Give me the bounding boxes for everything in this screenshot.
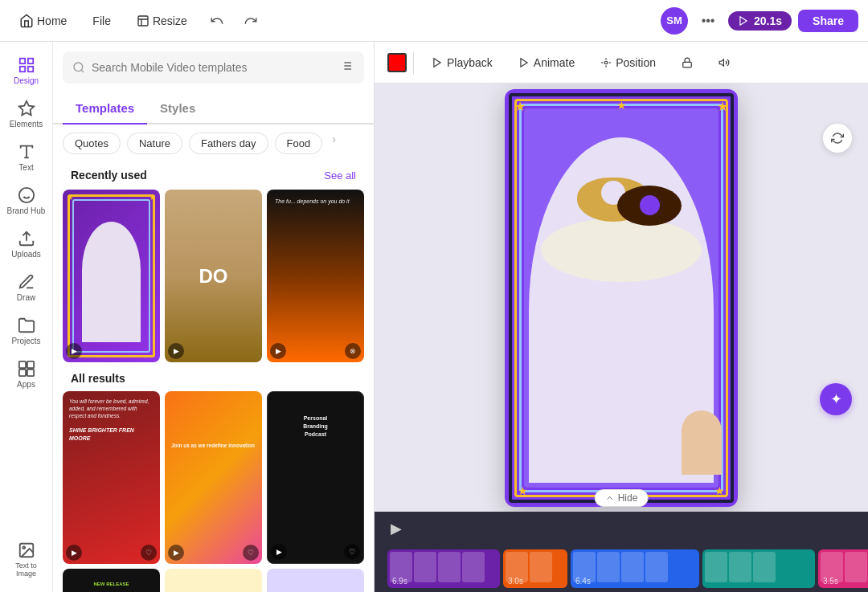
result-card-5[interactable]: enjoy the moment ▶ ♡: [165, 569, 262, 592]
play-icon: ▶: [66, 545, 82, 561]
svg-point-9: [18, 188, 33, 202]
category-pills: Quotes Nature Fathers day Food ›: [53, 125, 374, 162]
favorite-icon[interactable]: ♡: [243, 545, 259, 561]
svg-point-18: [23, 546, 25, 549]
results-grid: You will forever be loved, admired, adde…: [59, 388, 367, 592]
sidebar-item-uploads[interactable]: Uploads: [4, 223, 49, 265]
sidebar-item-design[interactable]: Design: [4, 50, 49, 92]
svg-marker-33: [719, 59, 723, 65]
canvas-toolbar: Playback Animate Position: [375, 42, 868, 84]
svg-rect-4: [27, 67, 32, 71]
canvas-area: Playback Animate Position: [375, 42, 868, 592]
topbar: Home File Resize SM ••• 20.1s Share: [0, 0, 868, 42]
svg-rect-32: [683, 62, 692, 67]
sidebar-item-brand-hub[interactable]: Brand Hub: [4, 180, 49, 222]
recently-used-card-1[interactable]: ★ ★ ▶: [63, 190, 160, 362]
result-card-4[interactable]: NEW RELEASE ✦ ▶ ♡: [63, 569, 160, 592]
see-all-link[interactable]: See all: [324, 169, 356, 182]
timeline-track: 6.9s 3.0s: [375, 545, 868, 592]
sidebar-item-projects[interactable]: Projects: [4, 310, 49, 352]
pill-quotes[interactable]: Quotes: [63, 133, 121, 154]
sidebar-item-text-label: Text: [18, 163, 33, 172]
timeline-segment-2[interactable]: 3.0s: [503, 549, 567, 588]
sidebar-item-text-to-image[interactable]: Text to Image: [4, 535, 49, 584]
animate-button[interactable]: Animate: [507, 51, 586, 74]
hide-icon[interactable]: ⊗: [345, 343, 361, 359]
pill-fathers-day[interactable]: Fathers day: [189, 133, 268, 154]
svg-rect-5: [19, 67, 24, 71]
topbar-left: Home File Resize: [10, 7, 654, 35]
timeline-segment-5[interactable]: 3.5s: [818, 549, 868, 588]
recently-used-card-3[interactable]: The fu... depends on you do it ▶ ⊗: [267, 190, 364, 362]
file-label: File: [92, 14, 111, 27]
result-card-6[interactable]: The BestSocial Media ▶ ♡: [267, 569, 364, 592]
audio-button[interactable]: [707, 52, 741, 73]
sidebar-item-text[interactable]: Text: [4, 137, 49, 178]
canvas-main: ★ ★ ★ ★ ★: [375, 84, 868, 512]
redo-button[interactable]: [237, 7, 264, 35]
recently-used-card-2[interactable]: DO ▶: [165, 190, 262, 362]
home-label: Home: [37, 14, 67, 27]
templates-panel: Templates Styles Quotes Nature Fathers d…: [53, 42, 375, 592]
svg-point-27: [604, 61, 608, 64]
position-button[interactable]: Position: [589, 51, 667, 74]
hide-panel-button[interactable]: Hide: [595, 489, 649, 507]
all-results-title: All results: [59, 367, 367, 388]
tab-styles[interactable]: Styles: [147, 93, 208, 125]
play-icon: ▶: [66, 343, 82, 359]
topbar-right: SM ••• 20.1s Share: [661, 7, 858, 35]
filter-button[interactable]: [338, 58, 354, 77]
search-input[interactable]: [92, 61, 332, 74]
time-value: 20.1s: [754, 14, 782, 27]
svg-rect-14: [27, 361, 33, 368]
sidebar-item-elements[interactable]: Elements: [4, 93, 49, 135]
sidebar-item-brand-hub-label: Brand Hub: [7, 206, 46, 215]
result-card-2[interactable]: Join us as we redefine innovation ▶ ♡: [165, 391, 262, 564]
svg-rect-3: [27, 59, 32, 63]
result-card-3[interactable]: PersonalBrandingPodcast ▶ ♡: [267, 391, 364, 564]
magic-wand-button[interactable]: ✦: [820, 383, 852, 415]
more-options-button[interactable]: •••: [694, 7, 722, 35]
sidebar-item-elements-label: Elements: [10, 120, 43, 129]
templates-scroll: Recently used See all ★ ★ ▶: [53, 162, 374, 592]
svg-rect-2: [19, 59, 24, 63]
svg-rect-13: [18, 361, 25, 368]
play-icon: ▶: [168, 545, 184, 561]
tab-templates[interactable]: Templates: [63, 93, 147, 125]
sidebar-item-draw[interactable]: Draw: [4, 267, 49, 308]
favorite-icon[interactable]: ♡: [344, 544, 360, 560]
home-button[interactable]: Home: [10, 9, 76, 33]
timeline-controls: ▶: [375, 512, 868, 545]
pill-food[interactable]: Food: [275, 133, 323, 154]
playback-button[interactable]: Playback: [420, 51, 504, 74]
recently-used-header: Recently used See all: [59, 162, 367, 185]
pill-nature[interactable]: Nature: [127, 133, 182, 154]
main-layout: Design Elements Text Brand Hub Uploads D…: [0, 42, 868, 592]
file-button[interactable]: File: [83, 10, 121, 32]
refresh-button[interactable]: [823, 124, 852, 153]
time-badge[interactable]: 20.1s: [728, 11, 792, 31]
scroll-more-icon[interactable]: ›: [329, 133, 339, 154]
search-bar: [63, 51, 364, 84]
share-button[interactable]: Share: [798, 10, 858, 32]
sidebar-item-uploads-label: Uploads: [11, 250, 41, 259]
result-card-1[interactable]: You will forever be loved, admired, adde…: [63, 391, 160, 564]
undo-button[interactable]: [203, 7, 231, 35]
avatar: SM: [661, 7, 688, 35]
separator-1: [413, 51, 414, 74]
timeline-segment-4[interactable]: [702, 549, 815, 588]
recently-used-title: Recently used: [71, 169, 147, 182]
timeline-segment-3[interactable]: 6.4s: [571, 549, 699, 588]
svg-marker-6: [18, 101, 33, 115]
resize-button[interactable]: Resize: [127, 10, 197, 32]
lock-button[interactable]: [670, 52, 704, 73]
svg-marker-26: [434, 58, 440, 67]
sidebar-item-apps[interactable]: Apps: [4, 353, 49, 395]
play-button[interactable]: ▶: [387, 516, 405, 541]
canvas-preview[interactable]: ★ ★ ★ ★ ★: [505, 89, 738, 507]
sidebar-item-design-label: Design: [14, 76, 39, 85]
play-icon: ▶: [271, 544, 287, 560]
favorite-icon[interactable]: ♡: [141, 545, 157, 561]
color-swatch[interactable]: [387, 53, 407, 72]
timeline-segment-1[interactable]: 6.9s: [387, 549, 500, 588]
